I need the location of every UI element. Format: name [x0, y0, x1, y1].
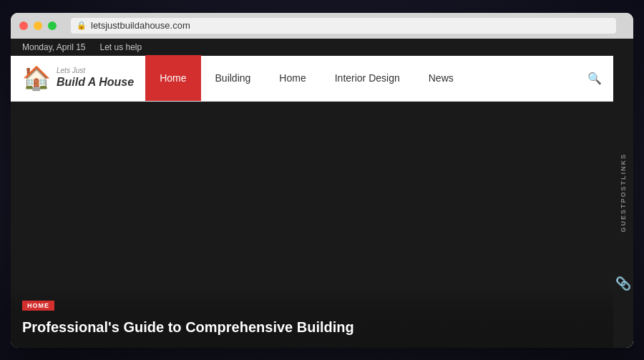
nav-items: Home Building Home Interior Design News: [145, 56, 468, 101]
site-logo[interactable]: 🏠 Lets Just Build A House: [22, 64, 134, 92]
address-bar[interactable]: 🔒 letsjustbuildahouse.com: [71, 18, 616, 34]
browser-window: 🔒 letsjustbuildahouse.com Monday, April …: [11, 13, 633, 348]
url-text: letsjustbuildahouse.com: [91, 20, 190, 31]
logo-build: Build A House: [57, 75, 134, 89]
logo-lets: Lets Just: [57, 67, 134, 75]
browser-chrome: 🔒 letsjustbuildahouse.com: [11, 13, 633, 39]
side-panel-label: GUESTPOSTLINKS: [620, 153, 627, 233]
top-bar: Monday, April 15 Let us help: [11, 39, 613, 56]
side-panel[interactable]: GUESTPOSTLINKS 🔗: [613, 39, 633, 348]
side-panel-link-icon: 🔗: [615, 275, 631, 291]
date-label: Monday, April 15: [22, 42, 86, 52]
traffic-light-minimize[interactable]: [34, 21, 42, 30]
logo-text: Lets Just Build A House: [57, 67, 134, 89]
lock-icon: 🔒: [77, 21, 87, 30]
nav-bar: 🏠 Lets Just Build A House Home Building …: [11, 56, 613, 102]
article-badge[interactable]: HOME: [22, 301, 54, 311]
nav-item-building[interactable]: Building: [201, 55, 265, 101]
nav-item-home2[interactable]: Home: [265, 55, 320, 101]
nav-item-home[interactable]: Home: [145, 55, 200, 101]
article-title[interactable]: Professional's Guide to Comprehensive Bu…: [22, 318, 380, 336]
traffic-light-close[interactable]: [19, 21, 28, 30]
traffic-light-maximize[interactable]: [48, 21, 57, 30]
nav-item-interior[interactable]: Interior Design: [321, 55, 414, 101]
search-icon: 🔍: [587, 72, 602, 84]
main-content: HOME Professional's Guide to Comprehensi…: [11, 102, 613, 348]
nav-item-news[interactable]: News: [414, 55, 468, 101]
search-button[interactable]: 🔍: [587, 72, 602, 85]
logo-house-icon: 🏠: [22, 64, 51, 92]
article-preview: HOME Professional's Guide to Comprehensi…: [11, 286, 613, 348]
website-content: Monday, April 15 Let us help 🏠 Lets Just…: [11, 39, 613, 348]
help-link[interactable]: Let us help: [100, 42, 142, 52]
